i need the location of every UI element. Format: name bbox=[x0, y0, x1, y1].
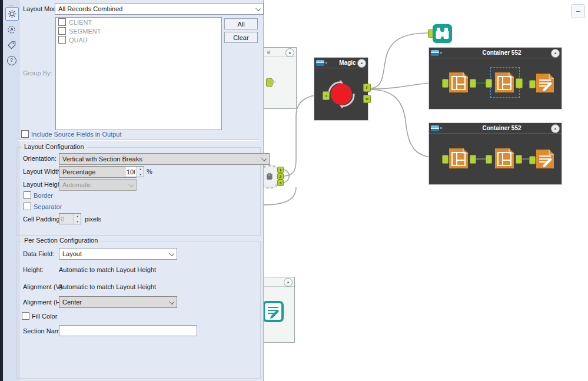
render-tool[interactable] bbox=[535, 148, 555, 170]
separator-label: Separator bbox=[34, 203, 62, 210]
tool-output-anchor[interactable] bbox=[470, 79, 476, 88]
layout-width-label: Layout Width: bbox=[23, 168, 62, 175]
layout-height-value: Automatic bbox=[62, 181, 91, 188]
tab-configuration[interactable] bbox=[5, 7, 19, 21]
tool-input-anchor[interactable] bbox=[486, 155, 492, 164]
browse-binoculars-tool[interactable] bbox=[433, 24, 452, 43]
group-by-label: Group By: bbox=[23, 69, 52, 77]
layout-tool-selected[interactable] bbox=[494, 71, 515, 94]
checkbox[interactable] bbox=[58, 36, 66, 44]
collapse-arrow-icon: ▲ bbox=[554, 127, 557, 130]
layout-tool[interactable] bbox=[494, 147, 515, 170]
magic-red-macro-tool[interactable] bbox=[326, 79, 357, 110]
data-field-select[interactable]: Layout bbox=[59, 248, 177, 260]
layout-tool[interactable] bbox=[448, 71, 469, 94]
anchor-label: 2 bbox=[280, 175, 281, 178]
tool-output-anchor[interactable] bbox=[516, 78, 523, 88]
canvas-minimize-button[interactable]: − bbox=[571, 4, 585, 18]
navigation-circle-arrow-icon bbox=[7, 25, 16, 34]
group-title: Per Section Configuration bbox=[22, 237, 100, 244]
group-by-listbox[interactable]: CLIENT SEGMENT QUAD bbox=[55, 17, 222, 130]
collapse-button[interactable]: ▲ bbox=[551, 49, 560, 58]
anchor-label: F bbox=[366, 86, 368, 90]
alignment-h-value: Center bbox=[62, 299, 82, 306]
data-field-label: Data Field: bbox=[23, 250, 54, 257]
chevron-down-icon bbox=[169, 299, 174, 304]
include-source-checkbox[interactable] bbox=[21, 130, 29, 138]
checkbox[interactable] bbox=[58, 18, 66, 26]
collapse-button[interactable]: ▲ bbox=[285, 48, 294, 57]
list-item[interactable]: QUAD bbox=[56, 35, 221, 44]
magic-input-anchor[interactable]: I bbox=[323, 91, 330, 100]
cell-padding-input bbox=[59, 214, 74, 224]
chevron-down-icon bbox=[128, 182, 134, 187]
separator-checkbox[interactable] bbox=[24, 203, 31, 210]
magic-output-anchor-o[interactable]: O bbox=[363, 95, 371, 103]
per-section-configuration-group: Per Section Configuration bbox=[16, 241, 261, 379]
collapse-button[interactable]: ▲ bbox=[357, 59, 366, 68]
annotation-tag-icon bbox=[7, 41, 16, 49]
macro-output-anchor-3[interactable]: 3 bbox=[277, 180, 284, 186]
alteryx-designer-window: − e ▲ 1 bbox=[0, 0, 588, 381]
list-item[interactable]: SEGMENT bbox=[56, 26, 221, 35]
all-button-label: All bbox=[237, 21, 244, 28]
border-checkbox[interactable] bbox=[24, 191, 31, 199]
anchor-label: O bbox=[366, 97, 368, 101]
collapse-button[interactable]: ▲ bbox=[284, 278, 293, 287]
partial-container-bottom[interactable]: ▲ bbox=[263, 277, 295, 343]
tool-output-anchor[interactable] bbox=[516, 155, 522, 164]
container-title: Container 552 bbox=[442, 49, 562, 56]
chevron-down-icon bbox=[169, 251, 174, 256]
partial-container-top[interactable]: e ▲ bbox=[263, 47, 297, 109]
tab-annotation[interactable] bbox=[5, 39, 18, 51]
container-title: Container 552 bbox=[442, 125, 562, 131]
stepper-up-icon[interactable]: ▲ bbox=[137, 167, 144, 172]
layout-width-amount-input[interactable] bbox=[125, 167, 137, 177]
layout-mode-select[interactable]: All Records Combined bbox=[55, 3, 264, 15]
tool-output-anchor[interactable] bbox=[470, 155, 476, 164]
section-name-field[interactable] bbox=[59, 325, 197, 336]
all-button[interactable]: All bbox=[224, 18, 258, 29]
container-552-bottom[interactable]: Container 552 ▲ bbox=[428, 122, 562, 185]
cell-padding-label: Cell Padding: bbox=[23, 216, 61, 223]
group-title: Layout Configuration bbox=[22, 143, 87, 150]
minimize-icon: − bbox=[576, 7, 580, 16]
help-question-icon: ? bbox=[7, 56, 16, 65]
macro-output-anchor-1[interactable]: 1 bbox=[277, 167, 284, 173]
layout-height-select: Automatic bbox=[59, 179, 137, 191]
orientation-select[interactable]: Vertical with Section Breaks bbox=[59, 153, 270, 165]
collapse-arrow-icon: ▲ bbox=[360, 61, 364, 65]
stepper-arrows[interactable]: ▲▼ bbox=[137, 167, 144, 177]
tab-help[interactable]: ? bbox=[5, 54, 18, 67]
wireless-annotation-icon bbox=[272, 78, 279, 85]
layout-tool[interactable] bbox=[448, 147, 469, 170]
section-name-input[interactable] bbox=[59, 326, 200, 336]
container-552-top[interactable]: Container 552 ▲ bbox=[428, 47, 562, 110]
tool-input-anchor[interactable] bbox=[486, 79, 492, 88]
container-icon bbox=[431, 50, 439, 56]
stepper-down-icon[interactable]: ▼ bbox=[137, 172, 144, 177]
collapse-button[interactable]: ▲ bbox=[551, 124, 560, 133]
anchor-label: 1 bbox=[280, 168, 281, 172]
list-item[interactable]: CLIENT bbox=[56, 18, 221, 26]
workflow-canvas[interactable]: − e ▲ 1 bbox=[263, 0, 588, 381]
container-icon bbox=[431, 125, 439, 131]
layout-width-value: Percentage bbox=[62, 168, 95, 175]
stepper-down-icon: ▼ bbox=[74, 219, 81, 224]
teal-render-tool[interactable] bbox=[263, 300, 284, 323]
tab-navigation[interactable] bbox=[5, 24, 18, 36]
macro-output-anchor-2[interactable]: 2 bbox=[277, 173, 284, 180]
render-tool[interactable] bbox=[535, 72, 555, 94]
alignment-h-select[interactable]: Center bbox=[59, 296, 177, 308]
container-magic[interactable]: Magic ▲ I F O bbox=[314, 57, 368, 121]
hand-icon bbox=[265, 172, 274, 181]
clear-button[interactable]: Clear bbox=[224, 32, 258, 43]
layout-width-amount-stepper[interactable]: ▲▼ bbox=[125, 166, 144, 177]
collapse-arrow-icon: ▲ bbox=[288, 51, 292, 54]
magic-output-anchor-f[interactable]: F bbox=[363, 84, 371, 92]
anchor-label: 3 bbox=[280, 181, 281, 185]
anchor-label: I bbox=[325, 94, 327, 98]
collapse-arrow-icon: ▲ bbox=[554, 51, 557, 55]
checkbox[interactable] bbox=[58, 27, 66, 35]
fill-color-checkbox[interactable] bbox=[22, 312, 29, 320]
